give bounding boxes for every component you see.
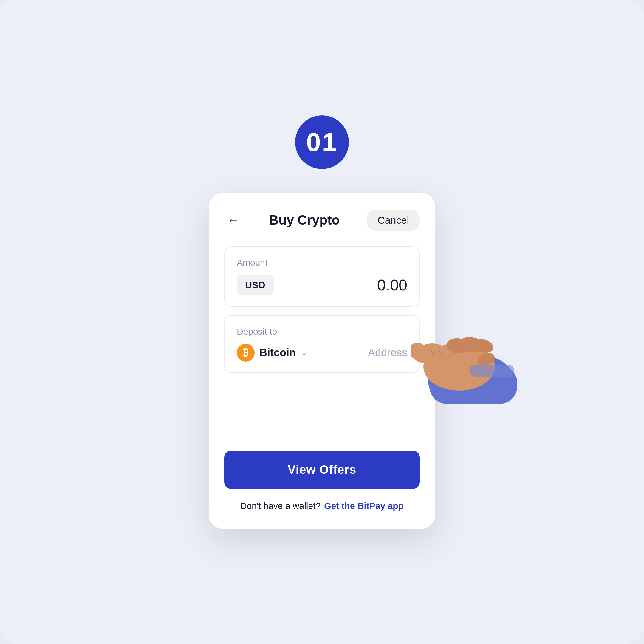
deposit-section: Deposit to ₿ Bitcoin ⌄ Address (224, 315, 420, 373)
deposit-card: Deposit to ₿ Bitcoin ⌄ Address (224, 315, 420, 373)
hand-illustration (411, 321, 519, 404)
back-arrow-icon: ← (227, 214, 239, 226)
no-wallet-text: Don't have a wallet? (240, 501, 321, 511)
back-button[interactable]: ← (224, 211, 242, 229)
amount-value[interactable]: 0.00 (377, 276, 407, 294)
phone-card: ← Buy Crypto Cancel Amount USD 0.00 De (209, 193, 435, 529)
step-number: 01 (306, 127, 338, 157)
phone-header: ← Buy Crypto Cancel (224, 210, 420, 231)
bitcoin-symbol: ₿ (243, 346, 248, 359)
phone-wrapper: ← Buy Crypto Cancel Amount USD 0.00 De (209, 193, 435, 529)
wallet-footer: Don't have a wallet? Get the BitPay app (224, 501, 420, 511)
get-app-link[interactable]: Get the BitPay app (324, 501, 404, 511)
spacer (224, 391, 420, 451)
deposit-label: Deposit to (237, 326, 407, 337)
bitcoin-icon: ₿ (237, 344, 255, 362)
step-badge: 01 (295, 115, 349, 169)
page-title: Buy Crypto (269, 213, 340, 227)
chevron-down-icon: ⌄ (301, 348, 307, 357)
address-label[interactable]: Address (368, 346, 407, 359)
svg-rect-9 (470, 365, 514, 377)
amount-section: Amount USD 0.00 (224, 246, 420, 307)
view-offers-button[interactable]: View Offers (224, 451, 420, 489)
crypto-name: Bitcoin (259, 346, 296, 359)
pointing-hand-svg (411, 321, 519, 404)
deposit-row: ₿ Bitcoin ⌄ Address (237, 344, 407, 362)
amount-row: USD 0.00 (237, 275, 407, 295)
cancel-button[interactable]: Cancel (367, 210, 420, 231)
crypto-selector[interactable]: ₿ Bitcoin ⌄ (237, 344, 307, 362)
page-background: 01 ← Buy Crypto Cancel Amount USD 0.00 (0, 0, 644, 644)
amount-label: Amount (237, 258, 407, 268)
amount-card: Amount USD 0.00 (224, 246, 420, 307)
currency-badge[interactable]: USD (237, 275, 274, 295)
